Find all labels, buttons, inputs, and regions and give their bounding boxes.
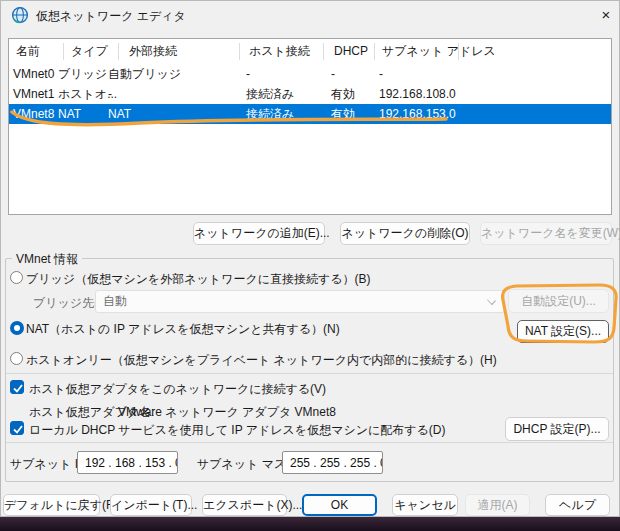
host-adapter-checkbox-label: ホスト仮想アダプタをこのネットワークに接続する(V) [29, 381, 326, 398]
remove-network-button[interactable]: ネットワークの削除(O) [340, 222, 470, 245]
cell-dhcp: - [331, 64, 335, 84]
cell-type: ブリッジ [58, 64, 107, 84]
header-name[interactable]: 名前 [16, 39, 40, 64]
header-dhcp[interactable]: DHCP [334, 39, 368, 64]
cell-subnet: 192.168.153.0 [379, 104, 456, 124]
subnet-ip-input[interactable] [77, 451, 178, 474]
close-button[interactable]: × [594, 3, 618, 27]
table-row-vmnet0[interactable]: VMnet0 ブリッジ 自動ブリッジ - - - [9, 64, 611, 84]
cell-name: VMnet1 [13, 84, 54, 104]
header-external[interactable]: 外部接続 [129, 39, 177, 64]
help-button[interactable]: ヘルプ [545, 494, 610, 516]
bridged-to-value: 自動 [103, 294, 127, 308]
nat-radio-label: NAT（ホストの IP アドレスを仮想マシンと共有する）(N) [26, 321, 340, 338]
dhcp-settings-button[interactable]: DHCP 設定(P)... [505, 417, 609, 441]
add-network-button[interactable]: ネットワークの追加(E)... [193, 222, 325, 245]
restore-defaults-button[interactable]: デフォルトに戻す(R) [3, 494, 100, 516]
rename-network-button: ネットワーク名を変更(W)... [480, 222, 612, 245]
cell-subnet: - [379, 64, 383, 84]
cell-external: 自動ブリッジ [108, 64, 181, 84]
import-button[interactable]: インポート(T)... [110, 494, 192, 516]
column-separator[interactable] [458, 43, 459, 60]
globe-network-icon [11, 6, 29, 24]
nat-radio[interactable] [10, 321, 24, 335]
column-separator[interactable] [239, 43, 240, 60]
group-separator [6, 373, 613, 374]
dhcp-service-checkbox[interactable] [10, 421, 24, 435]
cell-name: VMnet8 [13, 104, 54, 124]
host-only-radio-label: ホストオンリー（仮想マシンをプライベート ネットワーク内で内部的に接続する）(H… [26, 352, 497, 369]
header-subnet[interactable]: サブネット アドレス [382, 39, 496, 64]
bridged-radio[interactable] [10, 271, 23, 284]
cell-subnet: 192.168.108.0 [379, 84, 456, 104]
column-separator[interactable] [323, 43, 324, 60]
subnet-mask-input[interactable] [282, 451, 383, 474]
network-list: 名前 タイプ 外部接続 ホスト接続 DHCP サブネット アドレス VMnet0… [8, 38, 612, 215]
cancel-button[interactable]: キャンセル [392, 494, 458, 516]
header-host[interactable]: ホスト接続 [249, 39, 310, 64]
header-type[interactable]: タイプ [71, 39, 108, 64]
window-title: 仮想ネットワーク エディタ [36, 8, 186, 25]
table-row-vmnet1[interactable]: VMnet1 ホストオ... - 接続済み 有効 192.168.108.0 [9, 84, 611, 104]
cell-host: 接続済み [246, 84, 294, 104]
nat-settings-button[interactable]: NAT 設定(S)... [517, 320, 609, 343]
vmnet-info-group-label: VMnet 情報 [12, 251, 82, 268]
cell-type: NAT [58, 104, 81, 124]
check-icon [11, 422, 25, 436]
cell-dhcp: 有効 [331, 84, 355, 104]
cell-host: 接続済み [246, 104, 294, 124]
bridged-radio-label: ブリッジ（仮想マシンを外部ネットワークに直接接続する）(B) [26, 271, 371, 288]
export-button[interactable]: エクスポート(X)... [202, 494, 287, 516]
apply-button: 適用(A) [465, 494, 530, 516]
cell-host: - [246, 64, 250, 84]
cell-external: - [108, 84, 112, 104]
titlebar: 仮想ネットワーク エディタ × [0, 0, 620, 30]
chevron-down-icon [487, 296, 496, 305]
dhcp-service-checkbox-label: ローカル DHCP サービスを使用して IP アドレスを仮想マシンに配布する(D… [29, 422, 446, 439]
check-icon [11, 381, 25, 395]
column-separator[interactable] [374, 43, 375, 60]
auto-settings-button: 自動設定(U)... [508, 289, 609, 313]
cell-dhcp: 有効 [331, 104, 355, 124]
taskbar-strip [0, 517, 620, 531]
screen: 仮想ネットワーク エディタ × 名前 タイプ 外部接続 ホスト接続 DHCP サ… [0, 0, 620, 531]
cell-name: VMnet0 [13, 64, 54, 84]
bridged-to-combobox[interactable]: 自動 [95, 290, 505, 313]
column-separator[interactable] [63, 43, 64, 60]
cell-external: NAT [108, 104, 131, 124]
adapter-name-value: VMware ネットワーク アダプタ VMnet8 [118, 404, 336, 421]
group-separator [6, 442, 613, 443]
network-list-header: 名前 タイプ 外部接続 ホスト接続 DHCP サブネット アドレス [9, 39, 611, 64]
host-only-radio[interactable] [10, 352, 23, 365]
ok-button[interactable]: OK [302, 494, 377, 516]
host-adapter-checkbox[interactable] [10, 380, 24, 394]
table-row-vmnet8-selected[interactable]: VMnet8 NAT NAT 接続済み 有効 192.168.153.0 [9, 104, 611, 124]
virtual-network-editor-dialog: 仮想ネットワーク エディタ × 名前 タイプ 外部接続 ホスト接続 DHCP サ… [0, 0, 620, 517]
column-separator[interactable] [118, 43, 119, 60]
